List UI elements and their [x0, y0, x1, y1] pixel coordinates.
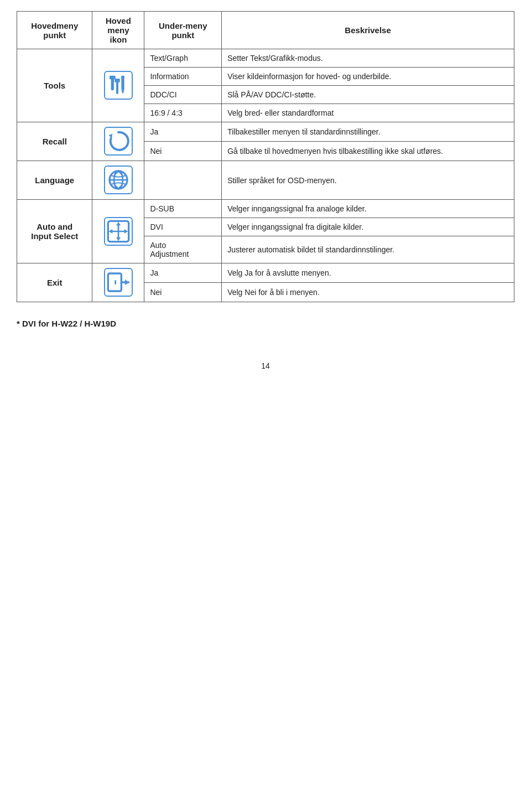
main-label-cell: Tools	[17, 49, 92, 122]
icon-cell	[92, 49, 144, 122]
submenu-cell: Text/Graph	[144, 49, 222, 68]
submenu-cell: Ja	[144, 263, 222, 283]
description-cell: Gå tilbake til hovedmenyen hvis tilbakes…	[222, 142, 514, 161]
description-cell: Justerer automatisk bildet til standardi…	[222, 236, 514, 263]
description-cell: Tilbakestiller menyen til standardinnsti…	[222, 122, 514, 142]
icon-cell	[92, 200, 144, 263]
submenu-cell: DVI	[144, 218, 222, 236]
auto-icon	[104, 217, 133, 246]
table-row: Recall JaTilbakestiller menyen til stand…	[17, 122, 514, 142]
description-cell: Velg bred- eller standardformat	[222, 104, 514, 122]
svg-marker-17	[109, 229, 113, 234]
submenu-cell: Information	[144, 68, 222, 86]
tools-icon	[104, 71, 133, 100]
submenu-cell: Ja	[144, 122, 222, 142]
page-wrapper: Hovedmenypunkt Hovedmenyikon Under-menyp…	[17, 11, 514, 370]
main-table: Hovedmenypunkt Hovedmenyikon Under-menyp…	[17, 11, 514, 302]
description-cell: Velger inngangssignal fra digitale kilde…	[222, 218, 514, 236]
submenu-cell: DDC/CI	[144, 86, 222, 104]
svg-marker-22	[125, 280, 129, 286]
icon-cell	[92, 161, 144, 200]
submenu-cell	[144, 161, 222, 200]
language-icon	[104, 165, 133, 194]
header-col4: Beskrivelse	[222, 12, 514, 49]
header-col2: Hovedmenyikon	[92, 12, 144, 49]
description-cell: Slå PÅ/AV DDC/CI-støtte.	[222, 86, 514, 104]
svg-marker-15	[116, 237, 121, 241]
header-col3: Under-menypunkt	[144, 12, 222, 49]
main-label-cell: Exit	[17, 263, 92, 302]
description-cell: Velg Ja for å avslutte menyen.	[222, 263, 514, 283]
svg-marker-13	[116, 221, 121, 225]
icon-cell	[92, 122, 144, 161]
svg-rect-6	[114, 79, 119, 82]
svg-marker-3	[121, 90, 124, 94]
svg-rect-4	[121, 76, 124, 79]
svg-rect-1	[110, 76, 116, 80]
header-col1: Hovedmenypunkt	[17, 12, 92, 49]
main-label-cell: Language	[17, 161, 92, 200]
footnote: * DVI for H-W22 / H-W19D	[17, 319, 514, 328]
description-cell: Velger inngangssignal fra analoge kilder…	[222, 200, 514, 218]
submenu-cell: 16:9 / 4:3	[144, 104, 222, 122]
page-number: 14	[17, 361, 514, 370]
table-row: Tools Text/GraphSetter Tekst/Grafikk-mod…	[17, 49, 514, 68]
description-cell: Stiller språket for OSD-menyen.	[222, 161, 514, 200]
submenu-cell: Nei	[144, 283, 222, 302]
submenu-cell: Nei	[144, 142, 222, 161]
submenu-cell: AutoAdjustment	[144, 236, 222, 263]
table-row: Language Stiller språket for OSD-menyen.	[17, 161, 514, 200]
description-cell: Velg Nei for å bli i menyen.	[222, 283, 514, 302]
main-label-cell: Auto andInput Select	[17, 200, 92, 263]
main-label-cell: Recall	[17, 122, 92, 161]
recall-icon	[104, 127, 133, 156]
icon-cell	[92, 263, 144, 302]
description-cell: Viser kildeinformasjon for hoved- og und…	[222, 68, 514, 86]
description-cell: Setter Tekst/Grafikk-modus.	[222, 49, 514, 68]
svg-marker-19	[124, 229, 128, 234]
svg-rect-20	[108, 273, 121, 291]
submenu-cell: D-SUB	[144, 200, 222, 218]
table-row: Exit JaVelg Ja for å avslutte menyen.	[17, 263, 514, 283]
table-row: Auto andInput Select D-SUBVelger inngang…	[17, 200, 514, 218]
svg-rect-5	[116, 81, 118, 94]
exit-icon	[104, 268, 133, 297]
